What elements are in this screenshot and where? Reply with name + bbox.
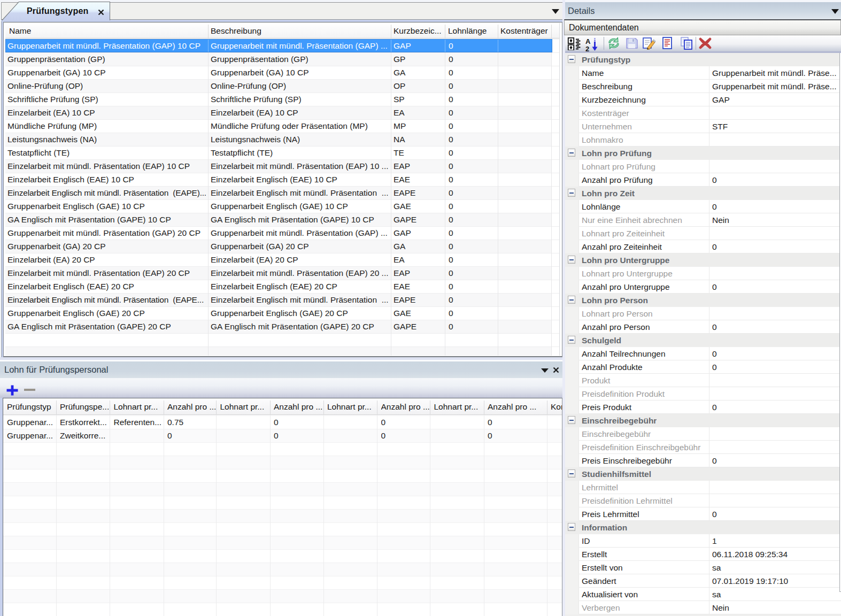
- svg-text:2: 2: [585, 45, 589, 52]
- svg-text:A: A: [585, 37, 591, 45]
